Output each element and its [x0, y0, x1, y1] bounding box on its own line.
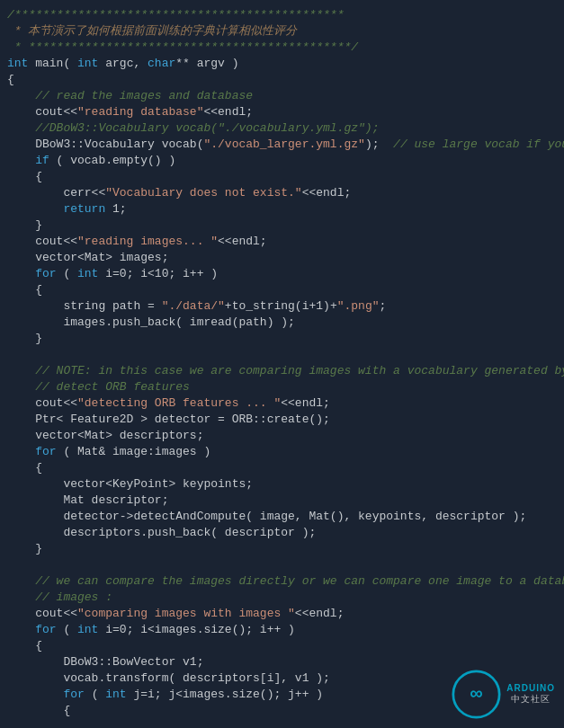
code-line: /***************************************…	[0, 7, 564, 23]
code-line: cout<<"comparing images with images "<<e…	[0, 606, 564, 622]
svg-text:∞: ∞	[470, 683, 483, 703]
code-line: descriptors.push_back( descriptor );	[0, 525, 564, 541]
code-line: // detect ORB features	[0, 379, 564, 395]
code-line: {	[0, 169, 564, 185]
code-line: if ( vocab.empty() )	[0, 153, 564, 169]
code-line: cout<<"reading images... "<<endl;	[0, 234, 564, 250]
code-line: // images :	[0, 590, 564, 606]
code-line: // read the images and database	[0, 88, 564, 104]
code-line: vector<Mat> images;	[0, 250, 564, 266]
code-line	[0, 557, 564, 573]
code-line: for ( int i=0; i<images.size(); i++ )	[0, 622, 564, 638]
code-line: detector->detectAndCompute( image, Mat()…	[0, 509, 564, 525]
code-line: string path = "./data/"+to_string(i+1)+"…	[0, 298, 564, 315]
code-line: DBoW3::Vocabulary vocab("./vocab_larger.…	[0, 137, 564, 153]
arduino-text: ARDUINO 中文社区	[506, 683, 555, 706]
code-line: Mat descriptor;	[0, 493, 564, 509]
code-line: return 1;	[0, 201, 564, 218]
arduino-label: ARDUINO	[506, 683, 555, 693]
code-line: images.push_back( imread(path) );	[0, 315, 564, 331]
code-line: }	[0, 331, 564, 347]
code-line: // NOTE: in this case we are comparing i…	[0, 363, 564, 379]
code-line: vector<KeyPoint> keypoints;	[0, 476, 564, 493]
code-editor: /***************************************…	[0, 0, 564, 728]
code-line: Ptr< Feature2D > detector = ORB::create(…	[0, 412, 564, 428]
code-line: int main( int argc, char** argv )	[0, 56, 564, 72]
code-line: * **************************************…	[0, 40, 564, 56]
arduino-logo-icon: ∞	[452, 670, 501, 719]
code-line: cout<<"reading database"<<endl;	[0, 104, 564, 120]
code-line: vector<Mat> descriptors;	[0, 428, 564, 444]
code-line: {	[0, 282, 564, 298]
watermark: ∞ ARDUINO 中文社区	[452, 670, 555, 719]
code-line: // we can compare the images directly or…	[0, 573, 564, 590]
code-line: }	[0, 218, 564, 234]
code-line: for ( int i=0; i<10; i++ )	[0, 266, 564, 282]
code-line: DBoW3::BowVector v1;	[0, 654, 564, 670]
code-line: cerr<<"Vocabulary does not exist."<<endl…	[0, 185, 564, 201]
code-line: //DBoW3::Vocabulary vocab("./vocabulary.…	[0, 120, 564, 137]
code-line: * 本节演示了如何根据前面训练的字典计算相似性评分	[0, 23, 564, 40]
code-line	[0, 347, 564, 363]
code-line: {	[0, 638, 564, 654]
code-line: {	[0, 460, 564, 476]
code-line: cout<<"detecting ORB features ... "<<end…	[0, 395, 564, 412]
code-line: }	[0, 541, 564, 557]
code-line: {	[0, 72, 564, 88]
code-line: for ( Mat& image:images )	[0, 444, 564, 460]
chinese-community-label: 中文社区	[511, 693, 551, 706]
